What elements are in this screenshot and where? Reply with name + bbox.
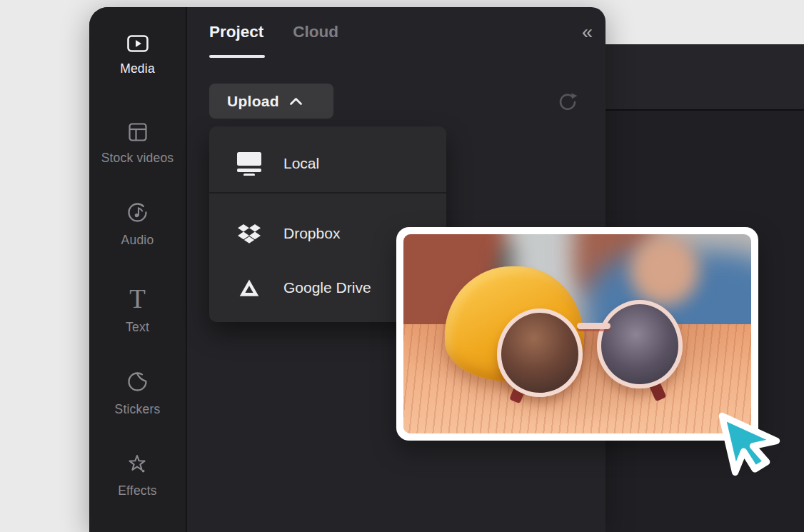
collapse-panel-button[interactable]: «: [582, 23, 593, 42]
sidebar-item-effects[interactable]: Effects: [89, 454, 186, 498]
text-icon: T: [129, 287, 146, 311]
menu-item-local[interactable]: Local: [209, 135, 446, 192]
computer-icon: [236, 152, 262, 176]
menu-item-label: Google Drive: [283, 279, 371, 296]
dragged-media-card[interactable]: [396, 227, 758, 441]
tab-cloud[interactable]: Cloud: [293, 23, 338, 41]
upload-button-label: Upload: [227, 93, 279, 110]
dropbox-icon: [236, 224, 262, 244]
menu-item-label: Dropbox: [283, 225, 340, 242]
sidebar-item-label: Stickers: [115, 402, 161, 417]
sidebar-item-label: Text: [126, 320, 149, 335]
sidebar-item-label: Stock videos: [101, 151, 174, 166]
app-screenshot: Media Stock videos Audio T: [0, 0, 804, 532]
active-tab-underline: [209, 55, 265, 58]
media-preview-image: [403, 234, 751, 433]
upload-button[interactable]: Upload: [209, 84, 333, 119]
refresh-icon: [557, 91, 578, 113]
audio-icon: [126, 201, 149, 224]
stickers-icon: [126, 371, 149, 393]
menu-divider: [209, 192, 446, 194]
sidebar: Media Stock videos Audio T: [89, 7, 187, 532]
sidebar-item-stickers[interactable]: Stickers: [89, 371, 186, 417]
effects-icon: [127, 454, 148, 474]
sidebar-item-audio[interactable]: Audio: [89, 201, 186, 248]
media-icon: [127, 35, 149, 52]
sidebar-item-text[interactable]: T Text: [89, 287, 186, 335]
sidebar-item-label: Audio: [121, 233, 154, 248]
panel-tabs: Project Cloud: [209, 23, 338, 41]
stock-videos-icon: [129, 123, 147, 141]
refresh-button[interactable]: [557, 91, 578, 113]
sidebar-item-media[interactable]: Media: [89, 35, 186, 76]
sidebar-item-label: Effects: [118, 483, 157, 498]
sunglasses: [497, 300, 692, 408]
sidebar-item-stock-videos[interactable]: Stock videos: [89, 123, 186, 166]
chevrons-left-icon: «: [582, 21, 593, 43]
google-drive-icon: [236, 279, 262, 297]
menu-item-label: Local: [283, 155, 319, 172]
cursor-icon: [715, 411, 781, 477]
tab-project[interactable]: Project: [209, 23, 263, 41]
sidebar-item-label: Media: [120, 61, 155, 76]
chevron-up-icon: [289, 97, 303, 106]
